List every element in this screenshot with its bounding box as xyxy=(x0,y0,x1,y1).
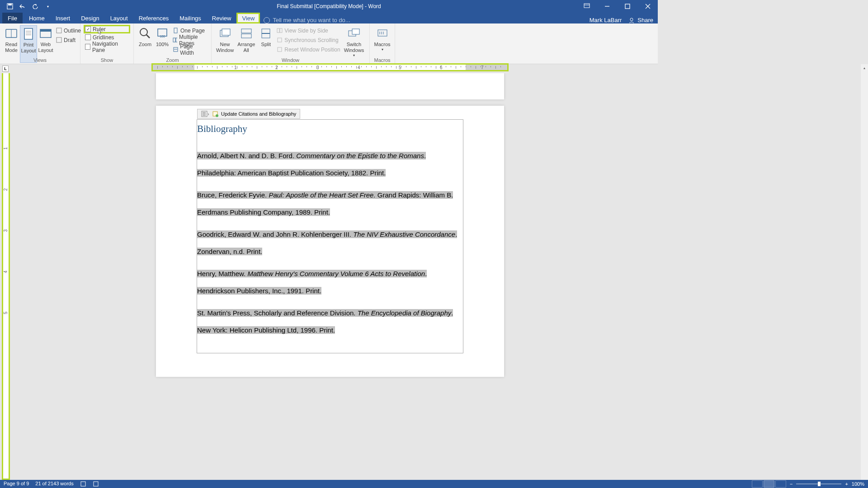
web-layout-icon xyxy=(38,26,53,41)
outline-button[interactable]: Outline xyxy=(56,26,81,35)
tell-me-search[interactable]: Tell me what you want to do... xyxy=(264,17,350,23)
svg-rect-23 xyxy=(173,38,175,42)
bibliography-title: Bibliography xyxy=(197,123,463,135)
draft-icon xyxy=(56,37,62,43)
tab-layout[interactable]: Layout xyxy=(105,13,133,23)
update-icon xyxy=(212,111,218,117)
bibliography-entry[interactable]: Henry, Matthew. Matthew Henry's Commenta… xyxy=(197,265,463,299)
svg-rect-29 xyxy=(241,34,251,38)
svg-rect-4 xyxy=(625,4,630,9)
vertical-ruler[interactable]: 12345 xyxy=(2,73,10,370)
draft-button[interactable]: Draft xyxy=(56,36,81,44)
tab-review[interactable]: Review xyxy=(207,13,237,23)
split-icon xyxy=(259,26,273,41)
sync-scroll-button: Synchronous Scrolling xyxy=(277,36,340,44)
svg-rect-33 xyxy=(280,28,282,33)
svg-point-7 xyxy=(630,18,633,21)
bibliography-entry[interactable]: Arnold, Albert N. and D. B. Ford. Commen… xyxy=(197,147,463,181)
window-group-label: Window xyxy=(212,57,369,63)
checkbox-icon xyxy=(85,44,90,50)
svg-rect-16 xyxy=(57,28,61,33)
svg-rect-15 xyxy=(40,29,51,32)
svg-rect-1 xyxy=(8,4,12,5)
minimize-icon[interactable] xyxy=(597,0,617,13)
cursor-icon xyxy=(98,29,103,35)
ribbon-options-icon[interactable] xyxy=(576,0,597,13)
switch-windows-icon xyxy=(347,26,361,41)
ruler-checkbox[interactable]: Ruler xyxy=(84,25,130,33)
outline-icon xyxy=(56,28,62,33)
one-page-icon xyxy=(173,28,179,33)
page-width-button[interactable]: Page Width xyxy=(173,45,207,54)
tab-view[interactable]: View xyxy=(236,13,260,23)
read-mode-icon xyxy=(4,26,19,41)
lightbulb-icon xyxy=(264,17,270,23)
tab-insert[interactable]: Insert xyxy=(50,13,76,23)
undo-icon[interactable] xyxy=(19,3,26,10)
share-icon xyxy=(628,17,635,23)
ruler-number: 7 xyxy=(481,65,484,70)
print-layout-icon xyxy=(21,27,36,41)
chevron-down-icon: ▾ xyxy=(382,47,383,52)
svg-rect-2 xyxy=(584,4,590,8)
svg-point-18 xyxy=(140,28,147,36)
ribbon: Read Mode Print Layout Web Layout Outlin… xyxy=(0,23,658,64)
side-by-side-button: View Side by Side xyxy=(277,26,340,35)
bibliography-entry[interactable]: Bruce, Frederick Fyvie. Paul: Apostle of… xyxy=(197,187,463,221)
tab-selector[interactable]: L xyxy=(2,66,9,72)
share-button[interactable]: Share xyxy=(628,17,653,23)
bibliography-field[interactable]: Update Citations and Bibliography Biblio… xyxy=(197,119,463,353)
tab-references[interactable]: References xyxy=(133,13,174,23)
svg-rect-27 xyxy=(222,29,230,35)
svg-rect-24 xyxy=(176,38,177,42)
tab-home[interactable]: Home xyxy=(24,13,50,23)
horizontal-ruler[interactable]: 1234567 xyxy=(151,63,509,71)
title-bar: ▾ Final Submittal [Compatibility Mode] -… xyxy=(0,0,658,13)
tab-file[interactable]: File xyxy=(2,13,23,23)
show-group-label: Show xyxy=(80,57,133,63)
ruler-number: 4 xyxy=(358,65,360,70)
svg-text:100: 100 xyxy=(160,35,165,38)
svg-rect-37 xyxy=(352,29,359,34)
bibliography-entry[interactable]: Goodrick, Edward W. and John R. Kohlenbe… xyxy=(197,226,463,260)
side-by-side-icon xyxy=(277,28,283,33)
checkbox-icon xyxy=(85,26,91,32)
redo-icon[interactable] xyxy=(32,3,39,10)
new-window-icon xyxy=(218,26,232,41)
sync-scroll-icon xyxy=(277,37,283,43)
reset-pos-button: Reset Window Position xyxy=(277,45,340,54)
maximize-icon[interactable] xyxy=(617,0,637,13)
document-area: 12345 Update Citations and Bibliography … xyxy=(0,73,658,370)
page-current[interactable]: Update Citations and Bibliography Biblio… xyxy=(156,106,504,370)
multiple-pages-icon xyxy=(173,37,177,43)
zoom-100-icon: 100 xyxy=(155,26,170,41)
svg-rect-10 xyxy=(24,28,33,39)
ruler-number: 1 xyxy=(234,65,237,70)
ribbon-tabs: File Home Insert Design Layout Reference… xyxy=(0,13,658,23)
qat-dropdown-icon[interactable]: ▾ xyxy=(44,3,52,10)
svg-rect-34 xyxy=(278,38,282,42)
macros-icon xyxy=(375,26,390,41)
close-icon[interactable] xyxy=(637,0,658,13)
checkbox-icon xyxy=(85,34,91,40)
biblio-menu-icon[interactable] xyxy=(201,111,209,117)
svg-point-41 xyxy=(216,114,218,117)
zoom-icon xyxy=(138,26,152,41)
page-previous xyxy=(156,73,504,99)
save-icon[interactable] xyxy=(6,3,14,10)
user-name[interactable]: Mark LaBarr xyxy=(590,17,622,23)
tab-mailings[interactable]: Mailings xyxy=(174,13,207,23)
chevron-down-icon: ▾ xyxy=(353,53,355,57)
svg-rect-28 xyxy=(241,29,251,33)
update-citations-bar[interactable]: Update Citations and Bibliography xyxy=(197,109,300,119)
svg-line-19 xyxy=(146,35,150,38)
svg-rect-22 xyxy=(174,28,177,33)
zoom-group-label: Zoom xyxy=(134,57,211,63)
svg-rect-38 xyxy=(378,30,387,36)
bibliography-entry[interactable]: St. Martin's Press, Scholarly and Refere… xyxy=(197,305,463,338)
arrange-all-icon xyxy=(239,26,254,41)
svg-rect-17 xyxy=(57,38,61,42)
nav-pane-checkbox[interactable]: Navigation Pane xyxy=(85,42,129,51)
reset-pos-icon xyxy=(277,47,283,52)
tab-design[interactable]: Design xyxy=(75,13,104,23)
